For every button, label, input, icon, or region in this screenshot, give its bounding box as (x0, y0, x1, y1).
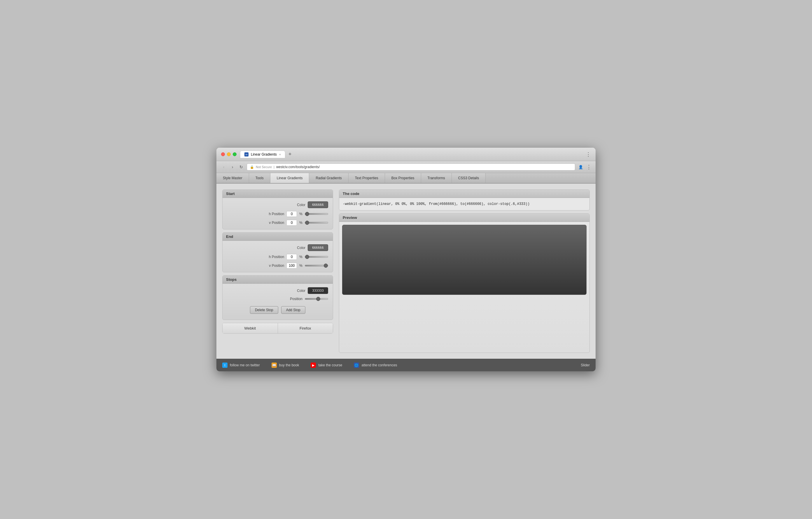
start-h-label: h Position (269, 212, 284, 216)
start-h-percent: % (299, 212, 302, 216)
stops-color-label: Color (297, 289, 306, 293)
bottom-tabs: Webkit Firefox (222, 323, 333, 334)
footer-course[interactable]: ▶ take the course (311, 362, 342, 368)
end-h-label: h Position (269, 255, 284, 259)
end-v-value[interactable] (286, 263, 297, 269)
end-h-percent: % (299, 255, 302, 259)
url-bar[interactable]: 🔒 Not Secure | westciv.com/tools/gradien… (247, 163, 575, 170)
gradient-preview (342, 225, 586, 295)
end-color-row: Color 666666 (227, 244, 328, 251)
back-button[interactable]: ‹ (221, 164, 227, 170)
start-color-row: Color 666666 (227, 201, 328, 208)
start-h-value[interactable] (286, 211, 297, 217)
tab-style-master[interactable]: Style Master (216, 173, 249, 183)
right-panel: The code -webkit-gradient(linear, 0% 0%,… (339, 189, 590, 353)
start-h-position-row: h Position % (227, 211, 328, 217)
security-label: Not Secure (256, 165, 272, 169)
close-button[interactable] (221, 153, 225, 156)
footer-conferences-label: attend the conferences (361, 363, 397, 367)
start-h-slider[interactable] (305, 213, 328, 215)
stops-section-header: Stops (223, 276, 333, 284)
start-section-body: Color 666666 h Position % v Position % (223, 198, 333, 229)
tab-radial-gradients[interactable]: Radial Gradients (309, 173, 348, 183)
add-stop-button[interactable]: Add Stop (281, 306, 306, 314)
maximize-button[interactable] (233, 153, 236, 156)
start-v-position-row: v Position % (227, 220, 328, 226)
firefox-tab[interactable]: Firefox (278, 323, 333, 333)
end-section-header: End (223, 233, 333, 241)
tab-title: Linear Gradients (251, 153, 277, 157)
start-v-slider[interactable] (305, 222, 328, 224)
title-bar: W Linear Gradients × + ⋮ (216, 148, 596, 161)
end-v-slider[interactable] (305, 265, 328, 267)
youtube-icon: ▶ (311, 362, 316, 368)
end-h-position-row: h Position % (227, 254, 328, 260)
preview-section: Preview (339, 213, 590, 353)
footer: t follow me on twitter 📖 buy the book ▶ … (216, 359, 596, 371)
stops-color-swatch[interactable]: 333333 (308, 287, 328, 294)
start-color-label: Color (297, 203, 306, 207)
stops-section: Stops Color 333333 Position Delete Stop … (222, 275, 333, 320)
stops-position-slider[interactable] (305, 298, 328, 300)
stops-section-body: Color 333333 Position Delete Stop Add St… (223, 284, 333, 320)
start-v-value[interactable] (286, 220, 297, 226)
preview-body (339, 222, 589, 298)
tab-favicon: W (244, 153, 249, 157)
start-section-header: Start (223, 190, 333, 198)
footer-slider-label: Slider (581, 363, 590, 367)
footer-book[interactable]: 📖 buy the book (271, 362, 299, 368)
lock-icon: 🔒 (250, 165, 254, 169)
stops-button-row: Delete Stop Add Stop (227, 304, 328, 316)
refresh-button[interactable]: ↻ (238, 164, 244, 170)
end-v-position-row: v Position % (227, 263, 328, 269)
options-button[interactable]: ⋮ (586, 164, 591, 170)
code-section: The code -webkit-gradient(linear, 0% 0%,… (339, 189, 590, 211)
footer-book-label: buy the book (279, 363, 299, 367)
end-color-swatch[interactable]: 666666 (308, 244, 328, 251)
tab-box-properties[interactable]: Box Properties (385, 173, 421, 183)
start-v-percent: % (299, 221, 302, 225)
twitter-icon: t (222, 362, 228, 368)
end-v-label: v Position (269, 264, 284, 268)
main-content: Start Color 666666 h Position % v Positi… (216, 184, 596, 359)
tab-bar: W Linear Gradients × + (240, 151, 582, 158)
code-section-header: The code (339, 190, 589, 198)
end-v-percent: % (299, 264, 302, 268)
tab-linear-gradients[interactable]: Linear Gradients (270, 173, 310, 183)
footer-twitter-label: follow me on twitter (230, 363, 260, 367)
address-bar: ‹ › ↻ 🔒 Not Secure | westciv.com/tools/g… (216, 161, 596, 173)
new-tab-button[interactable]: + (286, 151, 293, 158)
preview-header: Preview (339, 214, 589, 222)
tab-transforms[interactable]: Transforms (421, 173, 452, 183)
end-section-body: Color 666666 h Position % v Position % (223, 241, 333, 272)
browser-menu-button[interactable]: ⋮ (586, 151, 591, 158)
forward-button[interactable]: › (229, 164, 236, 170)
stops-position-label: Position (290, 297, 302, 301)
end-h-slider[interactable] (305, 256, 328, 258)
tab-tools[interactable]: Tools (249, 173, 270, 183)
stops-position-row: Position (227, 297, 328, 301)
traffic-lights (221, 153, 236, 156)
code-body: -webkit-gradient(linear, 0% 0%, 0% 100%,… (339, 198, 589, 210)
end-color-label: Color (297, 246, 306, 250)
url-separator: | (273, 165, 274, 169)
webkit-tab[interactable]: Webkit (223, 323, 278, 333)
book-icon: 📖 (271, 362, 277, 368)
footer-course-label: take the course (318, 363, 342, 367)
profile-button[interactable]: 👤 (578, 164, 584, 170)
browser-tab[interactable]: W Linear Gradients × (240, 151, 285, 158)
minimize-button[interactable] (227, 153, 231, 156)
nav-tabs: Style Master Tools Linear Gradients Radi… (216, 173, 596, 184)
end-section: End Color 666666 h Position % v Position (222, 233, 333, 272)
delete-stop-button[interactable]: Delete Stop (250, 306, 278, 314)
start-color-swatch[interactable]: 666666 (308, 201, 328, 208)
tab-text-properties[interactable]: Text Properties (349, 173, 385, 183)
tab-css3-details[interactable]: CSS3 Details (452, 173, 486, 183)
tab-close-button[interactable]: × (279, 153, 281, 156)
start-v-label: v Position (269, 221, 284, 225)
footer-conferences[interactable]: 🌐 attend the conferences (354, 362, 397, 368)
start-section: Start Color 666666 h Position % v Positi… (222, 189, 333, 229)
browser-window: W Linear Gradients × + ⋮ ‹ › ↻ 🔒 Not Sec… (216, 148, 596, 371)
footer-twitter[interactable]: t follow me on twitter (222, 362, 260, 368)
end-h-value[interactable] (286, 254, 297, 260)
